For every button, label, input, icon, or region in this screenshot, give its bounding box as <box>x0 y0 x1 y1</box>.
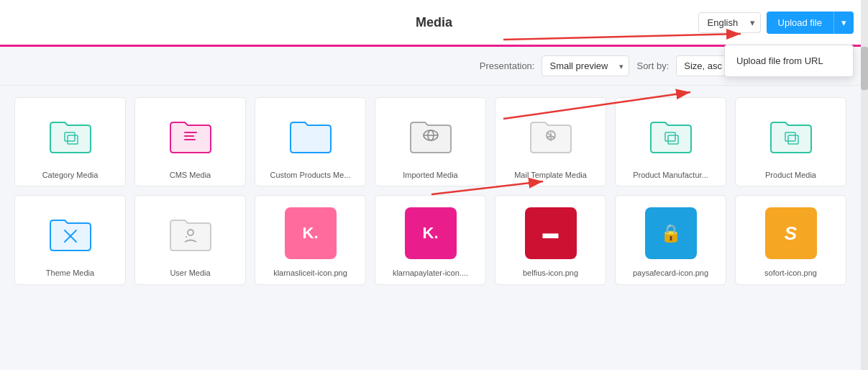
file-label-belfius: belfius-icon.png <box>523 268 578 278</box>
folder-icon-user <box>168 213 214 253</box>
file-thumb-belfius: ▬ <box>525 207 577 259</box>
folder-user-media[interactable]: User Media <box>134 195 246 284</box>
folder-icon-custom <box>288 115 334 155</box>
folder-custom-products[interactable]: Custom Products Me... <box>255 97 366 186</box>
folder-icon-theme <box>47 213 93 253</box>
folder-icon-product <box>768 115 814 155</box>
header-actions: English Upload file ▾ <box>698 12 854 34</box>
folder-product-manufacturer[interactable]: Product Manufactur... <box>615 97 726 186</box>
folder-label-cms: CMS Media <box>170 170 211 180</box>
file-label-sofort: sofort-icon.png <box>764 268 817 278</box>
folder-icon-category <box>47 115 93 155</box>
presentation-label: Presentation: <box>480 60 535 71</box>
language-selector-wrapper[interactable]: English <box>698 12 761 33</box>
folder-label-theme: Theme Media <box>46 268 94 278</box>
file-thumb-sofort: S <box>765 207 817 259</box>
file-label-klarnapaylater: klarnapaylater-icon.... <box>393 268 468 278</box>
folder-icon-imported <box>408 115 454 155</box>
sort-label: Sort by: <box>636 60 669 71</box>
folder-label-custom: Custom Products Me... <box>270 170 351 180</box>
folder-icon-manufacturer <box>648 115 694 155</box>
presentation-select[interactable]: Small preview Large preview List <box>542 55 629 76</box>
upload-btn-group: Upload file ▾ <box>767 12 854 34</box>
upload-dropdown-menu: Upload file from URL <box>724 45 854 77</box>
folder-label-product: Product Media <box>765 170 816 180</box>
scrollbar-thumb[interactable] <box>861 47 868 90</box>
folder-imported-media[interactable]: Imported Media <box>375 97 486 186</box>
file-label-klarnasliceit: klarnasliceit-icon.png <box>273 268 347 278</box>
file-klarnasliceit[interactable]: K. klarnasliceit-icon.png <box>255 195 366 284</box>
file-thumb-klarnasliceit: K. <box>285 207 337 259</box>
folder-label-manufacturer: Product Manufactur... <box>633 170 708 180</box>
upload-dropdown-toggle[interactable]: ▾ <box>833 12 854 34</box>
file-thumb-klarnapaylater: K. <box>405 207 457 259</box>
file-thumb-paysafecard: 🔒 <box>645 207 697 259</box>
folder-label-mail: Mail Template Media <box>514 170 587 180</box>
folder-category-media[interactable]: Category Media <box>14 97 126 186</box>
upload-from-url-item[interactable]: Upload file from URL <box>725 48 853 73</box>
file-paysafecard[interactable]: 🔒 paysafecard-icon.png <box>615 195 726 284</box>
file-belfius[interactable]: ▬ belfius-icon.png <box>495 195 606 284</box>
presentation-select-wrapper[interactable]: Small preview Large preview List <box>542 55 629 76</box>
folder-cms-media[interactable]: CMS Media <box>134 97 246 186</box>
media-grid-row2: Theme Media User Media <box>14 195 846 284</box>
media-grid: Category Media CMS Media <box>14 97 846 186</box>
file-klarnapaylater[interactable]: K. klarnapaylater-icon.... <box>375 195 486 284</box>
chevron-down-icon: ▾ <box>841 17 846 28</box>
file-label-paysafecard: paysafecard-icon.png <box>633 268 708 278</box>
folder-mail-template[interactable]: Mail Template Media <box>495 97 606 186</box>
folder-label-category: Category Media <box>42 170 99 180</box>
folder-icon-mail <box>528 115 574 155</box>
folder-icon-cms <box>168 115 214 155</box>
file-sofort[interactable]: S sofort-icon.png <box>735 195 846 284</box>
upload-file-button[interactable]: Upload file <box>767 12 833 34</box>
folder-theme-media[interactable]: Theme Media <box>14 195 126 284</box>
top-bar: Media English Upload file ▾ <box>0 0 868 47</box>
folder-product-media[interactable]: Product Media <box>735 97 846 186</box>
scrollbar[interactable] <box>861 0 868 370</box>
media-main: Category Media CMS Media <box>0 86 861 370</box>
language-select[interactable]: English <box>698 12 761 33</box>
folder-label-imported: Imported Media <box>403 170 457 180</box>
folder-label-user: User Media <box>170 268 210 278</box>
page-title: Media <box>416 15 452 30</box>
